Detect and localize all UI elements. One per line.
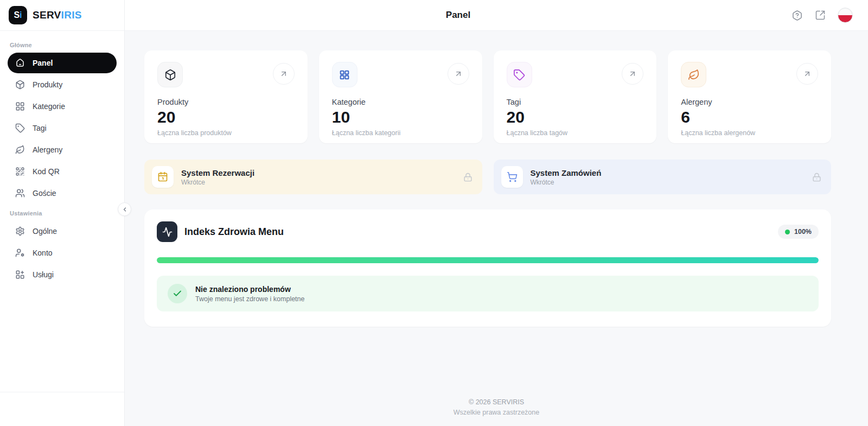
brand[interactable]: Si SERVIRIS	[0, 0, 124, 31]
topbar-actions	[792, 8, 853, 23]
banner-system-rezerwacji[interactable]: System Rezerwacji Wkrótce	[144, 160, 482, 194]
chevron-left-icon	[122, 206, 128, 213]
sidebar-item-goscie[interactable]: Goście	[8, 183, 117, 204]
activity-icon	[157, 221, 177, 242]
sidebar-divider	[0, 392, 124, 392]
language-flag-poland-icon[interactable]	[838, 8, 853, 23]
stat-label: Produkty	[157, 98, 295, 106]
result-title: Nie znaleziono problemów	[195, 285, 304, 294]
arrow-up-right-icon	[454, 69, 463, 78]
sidebar-item-label: Goście	[33, 189, 56, 198]
package-icon	[15, 80, 25, 90]
home-icon	[15, 58, 25, 68]
health-progress-track	[157, 257, 819, 263]
stat-label: Alergeny	[681, 98, 818, 106]
stat-subtitle: Łączna liczba alergenów	[681, 129, 818, 137]
banner-subtitle: Wkrótce	[531, 179, 602, 186]
sidebar-item-alergeny[interactable]: Alergeny	[8, 139, 117, 160]
health-progress-fill	[157, 257, 819, 263]
stat-open-button[interactable]	[622, 63, 643, 85]
gear-icon	[15, 226, 25, 236]
user-gear-icon	[15, 248, 25, 258]
stat-open-button[interactable]	[796, 63, 818, 85]
grid-plus-icon	[15, 270, 25, 279]
health-title: Indeks Zdrowia Menu	[184, 226, 284, 238]
sidebar-item-label: Kategorie	[33, 102, 65, 111]
help-button[interactable]	[792, 10, 803, 21]
package-icon	[157, 62, 183, 87]
banner-title: System Rezerwacji	[181, 168, 254, 177]
stat-subtitle: Łączna liczba produktów	[157, 129, 295, 137]
sidebar-item-ogolne[interactable]: Ogólne	[8, 221, 117, 241]
tag-icon	[15, 123, 25, 133]
sidebar-item-label: Panel	[33, 59, 53, 67]
sidebar-item-label: Tagi	[33, 124, 47, 132]
stats-grid: Produkty 20 Łączna liczba produktów Kate…	[144, 50, 831, 143]
sidebar-item-label: Kod QR	[33, 167, 60, 176]
stat-label: Kategorie	[332, 98, 469, 106]
arrow-up-right-icon	[279, 69, 288, 78]
grid-icon	[15, 101, 25, 111]
page-title: Panel	[446, 10, 470, 21]
sidebar-item-kategorie[interactable]: Kategorie	[8, 96, 117, 117]
sidebar-item-konto[interactable]: Konto	[8, 243, 117, 263]
banner-subtitle: Wkrótce	[181, 179, 254, 186]
sidebar-item-label: Konto	[33, 249, 53, 257]
sidebar-item-label: Produkty	[33, 80, 62, 89]
calendar-icon	[152, 166, 174, 188]
sidebar-item-label: Alergeny	[33, 145, 62, 154]
sidebar-item-tagi[interactable]: Tagi	[8, 118, 117, 138]
sidebar: Si SERVIRIS Główne Panel Produkty Katego…	[0, 0, 125, 426]
page-footer: © 2026 SERVIRIS Wszelkie prawa zastrzeżo…	[125, 386, 868, 426]
arrow-up-right-icon	[803, 69, 812, 78]
health-result: Nie znaleziono problemów Twoje menu jest…	[157, 276, 819, 311]
sidebar-item-produkty[interactable]: Produkty	[8, 74, 117, 95]
shopping-cart-icon	[501, 166, 523, 188]
stat-open-button[interactable]	[273, 63, 295, 85]
qr-code-icon	[15, 167, 25, 176]
health-score-badge: 100%	[778, 225, 819, 239]
nav-section-settings: Ustawienia	[8, 205, 117, 221]
stat-open-button[interactable]	[448, 63, 469, 85]
nav-section-main: Główne	[8, 36, 117, 53]
stat-card-kategorie[interactable]: Kategorie 10 Łączna liczba kategorii	[319, 50, 482, 143]
brand-logo: Si	[9, 6, 27, 24]
help-icon	[792, 10, 803, 21]
sidebar-item-panel[interactable]: Panel	[8, 53, 117, 73]
stat-label: Tagi	[507, 98, 644, 106]
main-area: Panel	[125, 0, 868, 426]
tag-icon	[507, 62, 532, 87]
banner-system-zamowien[interactable]: System Zamówień Wkrótce	[494, 160, 832, 194]
status-dot-icon	[785, 230, 790, 234]
sidebar-item-label: Ogólne	[33, 227, 57, 236]
brand-name: SERVIRIS	[33, 9, 82, 21]
topbar: Panel	[125, 0, 868, 31]
leaf-icon	[15, 145, 25, 155]
brand-logo-i: i	[20, 10, 22, 20]
sidebar-item-kod-qr[interactable]: Kod QR	[8, 161, 117, 182]
stat-card-produkty[interactable]: Produkty 20 Łączna liczba produktów	[144, 50, 308, 143]
users-icon	[15, 188, 25, 198]
stat-value: 20	[157, 108, 295, 126]
sidebar-item-label: Usługi	[33, 270, 54, 279]
stat-subtitle: Łączna liczba kategorii	[332, 129, 469, 137]
stat-value: 6	[681, 108, 818, 126]
lock-icon	[463, 173, 473, 182]
stat-card-tagi[interactable]: Tagi 20 Łączna liczba tagów	[494, 50, 657, 143]
leaf-icon	[681, 62, 706, 87]
sidebar-item-uslugi[interactable]: Usługi	[8, 264, 117, 285]
open-external-button[interactable]	[815, 10, 826, 21]
menu-health-card: Indeks Zdrowia Menu 100% Nie znaleziono …	[144, 209, 831, 327]
sidebar-nav: Główne Panel Produkty Kategorie Tagi	[0, 31, 124, 285]
sidebar-collapse-button[interactable]	[118, 202, 131, 216]
health-score-value: 100%	[794, 228, 812, 236]
lock-icon	[812, 173, 821, 182]
arrow-up-right-icon	[628, 69, 637, 78]
check-icon	[168, 284, 187, 303]
stat-card-alergeny[interactable]: Alergeny 6 Łączna liczba alergenów	[668, 50, 831, 143]
grid-icon	[332, 62, 358, 87]
banner-title: System Zamówień	[531, 168, 602, 177]
result-subtitle: Twoje menu jest zdrowe i kompletne	[195, 295, 304, 303]
stat-subtitle: Łączna liczba tagów	[507, 129, 644, 137]
stat-value: 10	[332, 108, 469, 126]
